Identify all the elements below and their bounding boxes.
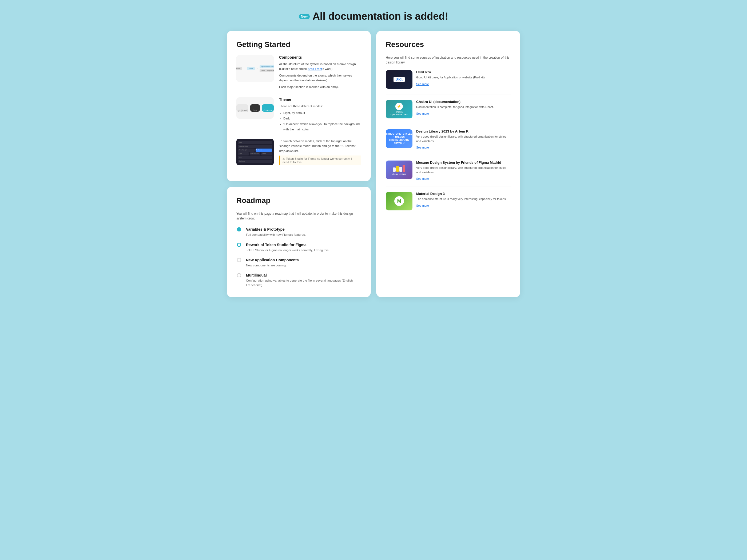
chakra-text: chakra xyxy=(396,111,403,113)
figma-panel-user-vars: User variables xyxy=(250,152,261,156)
roadmap-item-4: Multilingual Configuration using variabl… xyxy=(236,273,361,288)
roadmap-subtitle: You will find on this page a roadmap tha… xyxy=(236,211,361,221)
uikit-see-more[interactable]: See more xyxy=(416,82,429,86)
resources-title: Resources xyxy=(386,40,511,49)
roadmap-item-2-title: Rework of Token Studio for Figma xyxy=(246,243,329,247)
theme-preview-image: Light (default) Dark On Accent xyxy=(236,97,274,119)
uikit-logo: UIKit xyxy=(393,77,405,82)
timeline-col-2 xyxy=(236,243,242,252)
figma-panel-on-accent: On Accent xyxy=(238,160,272,163)
timeline-col-3 xyxy=(236,258,242,267)
new-badge: New xyxy=(299,14,310,19)
diag-office-components: Office Components xyxy=(260,69,274,72)
roadmap-items: Variables & Prototype Full compatibility… xyxy=(236,227,361,288)
getting-started-title: Getting Started xyxy=(236,40,361,49)
material-see-more[interactable]: See more xyxy=(416,204,429,207)
roadmap-item-4-title: Multilingual xyxy=(246,273,361,277)
components-heading: Components xyxy=(279,55,361,59)
switch-instruction: To switch between modes, click at the to… xyxy=(279,139,361,153)
mode-dark: Dark xyxy=(283,116,361,121)
timeline-line-2 xyxy=(239,247,239,252)
chakra-subtitle: Open Source UI Kit xyxy=(391,114,408,115)
theme-intro: There are three different modes: xyxy=(279,104,361,109)
swatch-dark-label: Dark xyxy=(253,109,257,111)
components-diagram-image: Foundations → Atoms → Application Compon… xyxy=(236,55,274,82)
figma-panel-tokens: 1. Tokens xyxy=(256,149,273,152)
theme-modes-list: Light, by default Dark "On accent" which… xyxy=(279,110,361,132)
theme-section: Light (default) Dark On Accent Theme The… xyxy=(236,97,361,132)
chakra-see-more[interactable]: See more xyxy=(416,112,429,115)
roadmap-item-2-desc: Token Studio for Figma no longer works c… xyxy=(246,248,329,252)
roadmap-content-4: Multilingual Configuration using variabl… xyxy=(246,273,361,288)
material-logo: M xyxy=(394,196,404,206)
mecano-description: Very good (free!) design library, with s… xyxy=(416,166,511,175)
design-lib-thumbnail: STRUCTURE · STYLES · THEMESDESIGN LIBRAR… xyxy=(386,129,412,148)
roadmap-item-4-desc: Configuration using variables to generat… xyxy=(246,278,361,288)
material-info: Material Design 3 The semantic structure… xyxy=(416,192,507,208)
friends-link[interactable]: Friends of Figma Madrid xyxy=(461,161,501,164)
components-para2: Components depend on the atoms, which th… xyxy=(279,73,361,83)
chakra-thumbnail: ⚡ chakra Open Source UI Kit xyxy=(386,100,412,118)
figma-panel-dark: Dark xyxy=(238,156,272,159)
design-lib-logo: STRUCTURE · STYLES · THEMESDESIGN LIBRAR… xyxy=(386,133,412,145)
components-para3: Each major section is marked with an emo… xyxy=(279,84,361,89)
resource-divider-1 xyxy=(386,94,511,95)
roadmap-content-2: Rework of Token Studio for Figma Token S… xyxy=(246,243,329,252)
components-section: Foundations → Atoms → Application Compon… xyxy=(236,55,361,91)
diag-arrow2: → xyxy=(256,67,259,70)
figma-panel-theme: Theme xyxy=(261,152,272,156)
mecano-see-more[interactable]: See more xyxy=(416,177,429,180)
timeline-dot-4 xyxy=(237,273,241,277)
main-layout: Getting Started Foundations → Atoms → Ap… xyxy=(227,31,520,297)
figma-panel-light: Light xyxy=(238,152,249,156)
roadmap-item-2: Rework of Token Studio for Figma Token S… xyxy=(236,243,361,258)
uikit-info: UIKit Pro Good UI kit base, for Applicat… xyxy=(416,70,486,86)
figma-panel-default: Default (Light) xyxy=(238,149,255,152)
figma-preview-image: Page Local variables Default (Light) 1. … xyxy=(236,139,274,165)
figma-panel-local-vars: Local variables xyxy=(238,145,272,148)
resource-material: M Material Design 3 The semantic structu… xyxy=(386,192,511,210)
timeline-col-1 xyxy=(236,227,242,237)
chakra-name: Chakra UI (documentation) xyxy=(416,100,494,104)
diag-foundations: Foundations xyxy=(236,67,242,70)
design-lib-see-more[interactable]: See more xyxy=(416,146,429,149)
timeline-col-4 xyxy=(236,273,242,277)
warning-box: ⚠ Token Studio for Figma no longer works… xyxy=(279,156,361,165)
roadmap-content-1: Variables & Prototype Full compatibility… xyxy=(246,227,306,237)
roadmap-item-1-title: Variables & Prototype xyxy=(246,227,306,232)
resource-divider-3 xyxy=(386,155,511,155)
roadmap-item-3-desc: New components are coming. xyxy=(246,263,299,268)
resource-uikit: UIKit UIKit Pro Good UI kit base, for Ap… xyxy=(386,70,511,89)
mecano-label: design_system xyxy=(392,173,406,175)
getting-started-card: Getting Started Foundations → Atoms → Ap… xyxy=(227,31,371,181)
uikit-description: Good UI kit base, for Application or web… xyxy=(416,75,486,80)
resource-chakra: ⚡ chakra Open Source UI Kit Chakra UI (d… xyxy=(386,100,511,118)
diag-app-components: Application Components xyxy=(260,65,274,68)
timeline-dot-2 xyxy=(237,243,241,247)
uikit-name: UIKit Pro xyxy=(416,70,486,74)
roadmap-item-1-desc: Full compatibility with new Figma's feat… xyxy=(246,233,306,237)
figma-panel-page: Page xyxy=(238,141,272,144)
figma-section: Page Local variables Default (Light) 1. … xyxy=(236,139,361,165)
theme-content: Theme There are three different modes: L… xyxy=(279,97,361,132)
design-lib-name: Design Library 2023 by Artem K xyxy=(416,129,511,133)
components-para1: All the structure of the system is based… xyxy=(279,61,361,72)
figma-content: To switch between modes, click at the to… xyxy=(279,139,361,165)
timeline-dot-1 xyxy=(237,227,241,232)
swatch-accent-label: On Accent xyxy=(264,109,272,111)
diag-arrow1: → xyxy=(243,67,246,70)
mecano-info: Mecano Design System by Friends of Figma… xyxy=(416,161,511,181)
design-lib-info: Design Library 2023 by Artem K Very good… xyxy=(416,129,511,150)
roadmap-item-1: Variables & Prototype Full compatibility… xyxy=(236,227,361,242)
timeline-dot-3 xyxy=(237,258,241,262)
swatch-light: Light (default) xyxy=(236,104,248,112)
swatch-dark: Dark xyxy=(250,104,260,112)
roadmap-card: Roadmap You will find on this page a roa… xyxy=(227,187,371,297)
timeline-line-1 xyxy=(239,232,239,237)
roadmap-item-3: New Application Components New component… xyxy=(236,258,361,273)
chakra-description: Documentation is complete, for good inte… xyxy=(416,105,494,109)
resources-card: Resources Here you will find some source… xyxy=(376,31,520,297)
page-header: New All documentation is added! xyxy=(5,11,742,22)
brad-frost-link[interactable]: Brad Frost xyxy=(308,67,322,71)
design-lib-description: Very good (free!) design library, with s… xyxy=(416,134,511,143)
